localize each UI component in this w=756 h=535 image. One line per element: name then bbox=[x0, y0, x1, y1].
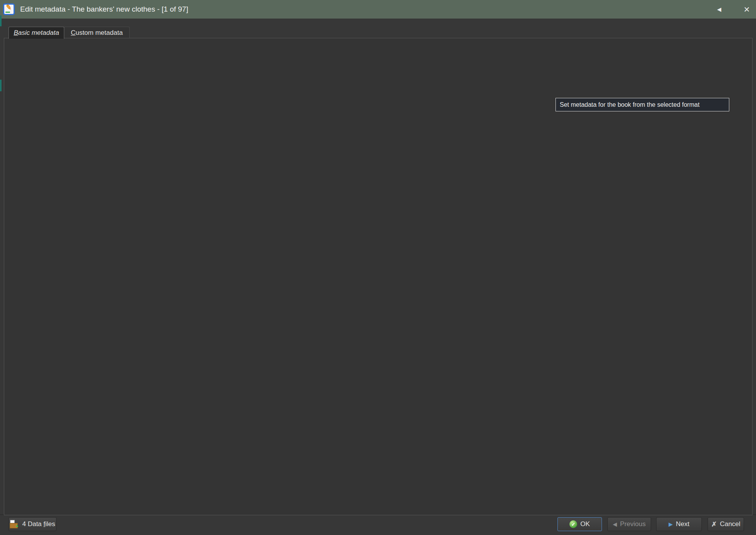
next-button[interactable]: ▶ Next bbox=[656, 517, 702, 531]
ok-button[interactable]: ✓ OK bbox=[557, 517, 602, 531]
data-files-button[interactable]: ▲ 4 Data files bbox=[9, 517, 57, 531]
screen-edge-artifact bbox=[0, 80, 2, 91]
close-icon: × bbox=[744, 3, 749, 15]
window-close-button[interactable]: × bbox=[738, 0, 756, 19]
ok-check-icon: ✓ bbox=[569, 520, 577, 528]
cancel-x-icon: ✗ bbox=[711, 520, 717, 528]
next-arrow-icon: ▶ bbox=[669, 521, 673, 527]
title-bar: ✎ Edit metadata - The bankers' new cloth… bbox=[0, 0, 756, 19]
back-icon: ◀ bbox=[717, 6, 722, 12]
previous-button[interactable]: ◀ Previous bbox=[607, 517, 651, 531]
cancel-button[interactable]: ✗ Cancel bbox=[708, 517, 744, 531]
tab-custom-metadata[interactable]: Custom metadata bbox=[64, 27, 130, 39]
previous-arrow-icon: ◀ bbox=[613, 521, 617, 527]
edit-metadata-window: ✎ Edit metadata - The bankers' new cloth… bbox=[0, 0, 756, 535]
window-title: Edit metadata - The bankers' new clothes… bbox=[20, 5, 188, 14]
format-tooltip: Set metadata for the book from the selec… bbox=[555, 98, 729, 111]
data-files-icon: ▲ bbox=[10, 520, 19, 528]
window-back-button[interactable]: ◀ bbox=[711, 0, 727, 19]
tab-basic-metadata[interactable]: Basic metadata bbox=[9, 27, 64, 39]
screen-edge-artifact bbox=[0, 15, 2, 26]
edit-metadata-app-icon: ✎ bbox=[3, 3, 15, 15]
